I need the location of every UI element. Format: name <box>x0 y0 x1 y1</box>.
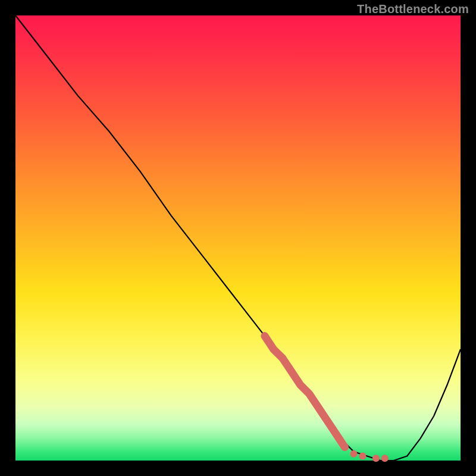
chart-stage: TheBottleneck.com <box>0 0 476 476</box>
highlight-dots <box>350 450 389 462</box>
highlight-segment <box>265 336 345 447</box>
watermark-text: TheBottleneck.com <box>357 2 469 16</box>
highlight-dot <box>372 455 380 462</box>
bottleneck-curve <box>15 15 461 461</box>
chart-overlay <box>15 15 461 461</box>
highlight-dot <box>381 455 389 462</box>
highlight-dot <box>359 453 366 460</box>
highlight-dot <box>350 450 358 458</box>
